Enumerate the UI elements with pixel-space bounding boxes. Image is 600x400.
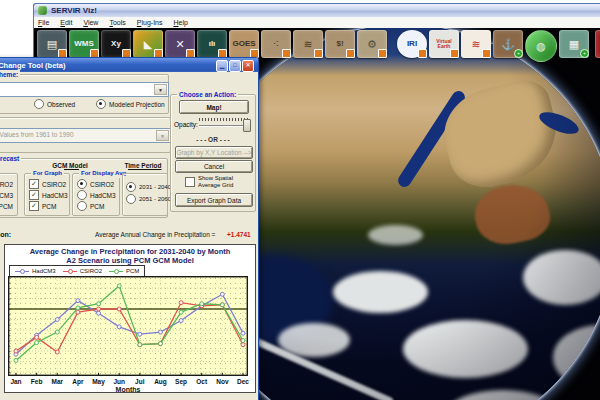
time-period-2051-2060[interactable]: 2051 - 2060: [126, 194, 171, 204]
theme-radio-observed[interactable]: Observed: [34, 99, 75, 109]
radio-button[interactable]: [126, 194, 136, 204]
radio-button[interactable]: [77, 179, 87, 189]
orange-badge-icon: [346, 49, 355, 58]
terrain-layers-icon[interactable]: ≋: [293, 30, 323, 58]
action-group: Choose an Action: Map! Opacity: - - - OR…: [170, 94, 256, 212]
option-label: HadCM3: [42, 192, 68, 199]
theme-group: Choose a Theme: Precipitation ▼ Observed…: [0, 74, 169, 114]
precipitation-chart-panel: Average Change in Precipitation for 2031…: [4, 244, 256, 393]
data-point: [200, 302, 204, 306]
menu-tools[interactable]: Tools: [109, 19, 125, 26]
menu-help[interactable]: Help: [173, 19, 187, 26]
menu-view[interactable]: View: [83, 19, 98, 26]
for-display-csiro2[interactable]: CSIRO2: [77, 179, 114, 189]
settings-gears-icon[interactable]: ⚙: [357, 30, 387, 58]
map-region-icon[interactable]: ▦+: [559, 30, 589, 58]
legend-item-csiro2: CSIRO2: [63, 268, 102, 274]
cancel-button[interactable]: Cancel: [175, 160, 253, 173]
dialog-titlebar[interactable]: Climate Change Tool (beta) ▁ □ ✕: [0, 58, 258, 72]
chart-svg: [8, 276, 248, 376]
ship-icon[interactable]: ⚓+: [493, 30, 523, 58]
menu-edit[interactable]: Edit: [60, 19, 72, 26]
option-label: CSIRO2: [90, 181, 114, 188]
checkbox[interactable]: ✓: [29, 190, 39, 200]
data-point: [241, 331, 245, 335]
x-tick-may: May: [89, 378, 109, 385]
data-point: [117, 325, 121, 329]
spatial-average-checkbox-row[interactable]: Show Spatial Average Grid: [185, 175, 251, 188]
spatial-average-checkbox[interactable]: [185, 177, 195, 187]
colormap-legend-icon-glyph: ◣: [144, 39, 152, 50]
antenna-icon[interactable]: ≋: [461, 30, 491, 58]
menu-plugins[interactable]: Plug-Ins: [137, 19, 163, 26]
data-point: [179, 301, 183, 305]
iri-icon[interactable]: IRI: [397, 30, 427, 58]
option-label: HadCM3: [90, 192, 116, 199]
for-graph-pcm[interactable]: ✓PCM: [29, 201, 56, 211]
for-display-pcm[interactable]: PCM: [77, 201, 104, 211]
goes-imagery-icon[interactable]: GOES: [229, 30, 259, 58]
for-map-pcm[interactable]: ✓PCM: [0, 201, 13, 211]
xy-coordinates-icon[interactable]: Xy: [101, 30, 131, 58]
option-label: PCM: [0, 203, 13, 210]
placemarks-icon[interactable]: ⁖: [261, 30, 291, 58]
data-point: [220, 303, 224, 307]
observed-dropdown[interactable]: Precipitation Values from 1961 to 1990 ▼: [0, 128, 171, 143]
chart-x-axis-label: Months: [8, 386, 248, 393]
forecast-group: Modeled Forecast GCM Model Time Period F…: [0, 158, 168, 218]
map-region-icon-glyph: ▦: [569, 39, 579, 50]
radio-button[interactable]: [77, 201, 87, 211]
measure-tool-icon[interactable]: ılı: [197, 30, 227, 58]
measure-tool-icon-glyph: ılı: [209, 40, 216, 48]
settings-gears-icon-glyph: ⚙: [367, 39, 377, 50]
for-graph-csiro2[interactable]: ✓CSIRO2: [29, 179, 66, 189]
for-graph-group: For Graph ✓CSIRO2✓HadCM3✓PCM: [24, 173, 70, 216]
ribbon-overlay-icon[interactable]: ✕: [165, 30, 195, 58]
data-point: [14, 358, 18, 362]
radio-button[interactable]: [34, 99, 44, 109]
checkbox[interactable]: ✓: [29, 179, 39, 189]
colormap-legend-icon[interactable]: ◣: [133, 30, 163, 58]
globe-orb-button[interactable]: ◍: [525, 30, 557, 62]
opacity-slider-thumb[interactable]: [243, 119, 251, 132]
dropdown-arrow-icon[interactable]: ▼: [154, 84, 167, 95]
x-tick-jan: Jan: [6, 378, 26, 385]
data-point: [241, 343, 245, 347]
radio-button[interactable]: [126, 182, 136, 192]
layers-icon-glyph: ▤: [47, 39, 57, 50]
dialog-minimize-button[interactable]: ▁: [216, 60, 228, 72]
for-graph-hadcm3[interactable]: ✓HadCM3: [29, 190, 68, 200]
data-point: [97, 311, 101, 315]
for-map-hadcm3[interactable]: ✓HadCM3: [0, 190, 13, 200]
graph-by-xy-button[interactable]: Graph by X,Y Location -->: [175, 146, 253, 159]
theme-group-label: Choose a Theme:: [0, 70, 20, 79]
radio-button[interactable]: [96, 99, 106, 109]
opacity-slider-track[interactable]: [199, 125, 249, 127]
time-period-2031-2040[interactable]: 2031 - 2040: [126, 182, 171, 192]
menu-file[interactable]: File: [38, 19, 49, 26]
app-titlebar[interactable]: SERVIR Viz!: [34, 4, 600, 17]
data-point: [35, 341, 39, 345]
virtual-earth-icon[interactable]: Virtual Earth: [429, 30, 459, 58]
layers-icon[interactable]: ▤: [37, 30, 67, 58]
dialog-close-button[interactable]: ✕: [242, 60, 254, 72]
checkbox[interactable]: ✓: [29, 201, 39, 211]
legend-item-hadcm3: HadCM3: [15, 268, 56, 274]
for-display-hadcm3[interactable]: HadCM3: [77, 190, 116, 200]
theme-dropdown[interactable]: Precipitation ▼: [0, 82, 169, 97]
wms-icon[interactable]: WMS: [69, 30, 99, 58]
radio-button[interactable]: [77, 190, 87, 200]
data-point: [55, 330, 59, 334]
dialog-maximize-button[interactable]: □: [229, 60, 241, 72]
legend-label: CSIRO2: [80, 268, 102, 274]
terrain-layers-icon-glyph: ≋: [303, 39, 312, 50]
export-graph-data-button[interactable]: Export Graph Data: [175, 193, 253, 207]
map-button[interactable]: Map!: [179, 100, 249, 114]
for-map-csiro2[interactable]: ✓CSIRO2: [0, 179, 13, 189]
currency-data-icon[interactable]: $!: [325, 30, 355, 58]
data-point: [179, 310, 183, 314]
x-tick-aug: Aug: [150, 378, 170, 385]
iri-icon-glyph: IRI: [407, 40, 417, 48]
theme-radio-modeled-projection[interactable]: Modeled Projection: [96, 99, 165, 109]
red-figure-icon[interactable]: ξ+: [595, 30, 600, 58]
